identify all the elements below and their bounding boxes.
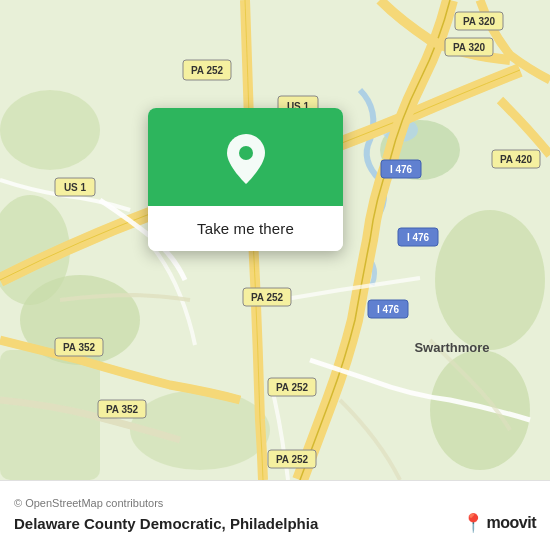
svg-point-39	[239, 146, 253, 160]
svg-point-7	[0, 90, 100, 170]
svg-text:I 476: I 476	[390, 164, 413, 175]
map-container: PA 252 US 1 PA 320 PA 320 PA 420 I 476 I…	[0, 0, 550, 480]
svg-text:PA 252: PA 252	[191, 65, 224, 76]
svg-text:I 476: I 476	[377, 304, 400, 315]
attribution-text: © OpenStreetMap contributors	[14, 497, 163, 509]
moovit-logo: 📍 moovit	[462, 512, 536, 534]
location-pin-icon	[224, 132, 268, 186]
map-attribution: © OpenStreetMap contributors	[14, 497, 536, 509]
svg-text:Swarthmore: Swarthmore	[414, 340, 489, 355]
popup-card: Take me there	[148, 108, 343, 251]
svg-text:I 476: I 476	[407, 232, 430, 243]
svg-text:PA 252: PA 252	[276, 454, 309, 465]
take-me-there-button[interactable]: Take me there	[148, 206, 343, 251]
svg-text:PA 420: PA 420	[500, 154, 533, 165]
moovit-pin-icon: 📍	[462, 512, 484, 534]
popup-header	[148, 108, 343, 206]
moovit-text: moovit	[487, 514, 536, 532]
location-name-text: Delaware County Democratic, Philadelphia	[14, 515, 318, 532]
svg-text:PA 320: PA 320	[463, 16, 496, 27]
bottom-bar: © OpenStreetMap contributors Delaware Co…	[0, 480, 550, 550]
svg-text:PA 320: PA 320	[453, 42, 486, 53]
svg-point-3	[435, 210, 545, 350]
svg-text:PA 252: PA 252	[276, 382, 309, 393]
svg-point-4	[430, 350, 530, 470]
svg-text:US 1: US 1	[64, 182, 87, 193]
location-name-row: Delaware County Democratic, Philadelphia…	[14, 512, 536, 534]
svg-text:PA 352: PA 352	[63, 342, 96, 353]
svg-text:PA 352: PA 352	[106, 404, 139, 415]
svg-text:PA 252: PA 252	[251, 292, 284, 303]
